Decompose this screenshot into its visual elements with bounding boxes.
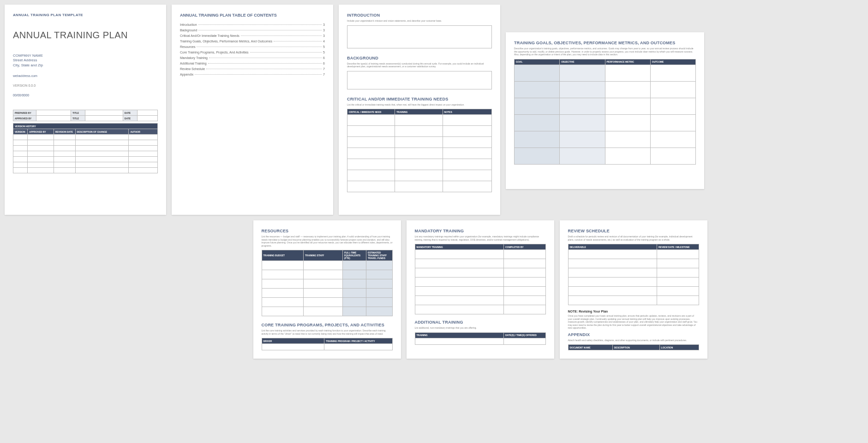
toc-item: Appendix7: [180, 73, 325, 76]
table-row[interactable]: [13, 151, 158, 157]
table-row[interactable]: [347, 170, 492, 181]
table-row[interactable]: [262, 344, 392, 350]
vh-col-desc: DESCRIPTION OF CHANGE: [75, 129, 129, 135]
table-row[interactable]: [415, 250, 545, 259]
additional-table: TRAINING DATE(S) / TIME(S) OFFERED: [415, 332, 546, 345]
note-title: NOTE: Revising Your Plan: [568, 310, 699, 313]
date-value-1[interactable]: [138, 110, 158, 116]
vh-col-revdate: REVISION DATE: [54, 129, 75, 135]
background-textbox[interactable]: [347, 71, 492, 89]
add-col-training: TRAINING: [415, 332, 503, 338]
table-row[interactable]: [415, 305, 545, 314]
resources-desc: List the resources — budget and staff — …: [262, 235, 393, 247]
table-row[interactable]: [347, 148, 492, 159]
crit-col-training: TRAINING: [395, 109, 443, 115]
table-row[interactable]: [13, 168, 158, 173]
critical-needs-table: CRITICAL / IMMEDIATE NEED TRAINING NOTES: [347, 109, 492, 192]
table-row[interactable]: [515, 98, 696, 114]
table-row[interactable]: [515, 148, 696, 164]
table-row[interactable]: [415, 287, 545, 296]
table-row[interactable]: [13, 140, 158, 146]
table-row[interactable]: [568, 296, 699, 305]
table-row[interactable]: [568, 250, 699, 259]
rev-col-deliverable: DELIVERABLE: [568, 244, 657, 250]
date-label-2: DATE: [123, 116, 137, 121]
document-title: ANNUAL TRAINING PLAN: [13, 30, 158, 41]
table-row[interactable]: [262, 289, 392, 298]
app-col-docname: DOCUMENT NAME: [568, 345, 612, 350]
table-row[interactable]: [262, 270, 392, 279]
page-2-toc: ANNUAL TRAINING PLAN TABLE OF CONTENTS I…: [172, 5, 333, 215]
table-row[interactable]: [347, 137, 492, 148]
table-row[interactable]: [347, 115, 492, 126]
table-row[interactable]: [262, 298, 392, 307]
city-state-zip: City, State and Zip: [13, 63, 158, 68]
table-row[interactable]: [13, 162, 158, 168]
intro-desc: Include your organization's mission and …: [347, 19, 492, 23]
date-value-2[interactable]: [138, 116, 158, 121]
table-row[interactable]: [262, 279, 392, 289]
table-row[interactable]: [13, 157, 158, 162]
table-row[interactable]: [568, 287, 699, 296]
appendix-title: APPENDIX: [568, 332, 699, 337]
table-row[interactable]: [347, 159, 492, 170]
version-text: VERSION 0.0.0: [13, 84, 158, 87]
table-row[interactable]: [262, 261, 392, 270]
appendix-table: DOCUMENT NAME DESCRIPTION LOCATION: [568, 344, 699, 350]
vh-col-version: VERSION: [13, 129, 28, 135]
review-table: DELIVERABLE REVIEW DATE / MILESTONE: [568, 244, 699, 305]
street-address: Street Address: [13, 58, 158, 63]
title-value-1[interactable]: [85, 110, 123, 116]
approved-by-label: APPROVED BY: [13, 116, 36, 121]
table-row[interactable]: [13, 146, 158, 151]
resources-table: TRAINING BUDGET TRAINING STAFF FULL-TIME…: [262, 250, 393, 316]
table-row[interactable]: [515, 81, 696, 98]
table-row[interactable]: [415, 259, 545, 268]
prepared-by-value[interactable]: [36, 110, 71, 116]
additional-desc: List additional, non-mandatory trainings…: [415, 326, 546, 330]
document-canvas: ANNUAL TRAINING PLAN TEMPLATE ANNUAL TRA…: [5, 5, 863, 359]
res-col-budget: TRAINING BUDGET: [262, 250, 304, 261]
mand-col-training: MANDATORY TRAINING: [415, 244, 503, 250]
toc-item: Introduction3: [180, 23, 325, 26]
table-row[interactable]: [515, 131, 696, 148]
toc-item: Resources5: [180, 45, 325, 48]
core-table: DRIVER TRAINING PROGRAM / PROJECT / ACTI…: [262, 338, 393, 350]
goal-col-obj: OBJECTIVE: [560, 59, 605, 65]
prepared-by-label: PREPARED BY: [13, 110, 36, 116]
table-row[interactable]: [347, 126, 492, 137]
table-row[interactable]: [415, 296, 545, 305]
intro-textbox[interactable]: [347, 25, 492, 48]
app-col-loc: LOCATION: [659, 345, 699, 350]
review-desc: Draft a schedule for periodic review and…: [568, 235, 699, 241]
appendix-desc: Attach health and safety checklists, dia…: [568, 339, 699, 342]
table-row[interactable]: [415, 268, 545, 278]
table-row[interactable]: [347, 181, 492, 192]
version-history-table: VERSION HISTORY VERSION APPROVED BY REVI…: [13, 123, 158, 173]
toc-list: Introduction3 Background3 Critical And/O…: [180, 23, 325, 76]
res-col-travel: ESTIMATED TRAINING STAFF TRAVEL FUNDS: [366, 250, 392, 261]
mandatory-table: MANDATORY TRAINING COMPLETED BY: [415, 244, 546, 314]
table-row[interactable]: [13, 135, 158, 140]
rev-col-milestone: REVIEW DATE / MILESTONE: [657, 244, 699, 250]
app-col-desc: DESCRIPTION: [612, 345, 659, 350]
table-row[interactable]: [515, 65, 696, 81]
table-row[interactable]: [515, 114, 696, 131]
approved-by-value[interactable]: [36, 116, 71, 121]
page-6-mandatory: MANDATORY TRAINING List any mandatory tr…: [407, 220, 554, 359]
table-row[interactable]: [415, 278, 545, 287]
title-value-2[interactable]: [85, 116, 123, 121]
table-row[interactable]: [262, 307, 392, 316]
intro-title: INTRODUCTION: [347, 13, 492, 18]
core-desc: List the core training activities and se…: [262, 329, 393, 335]
table-row[interactable]: [568, 278, 699, 287]
date-text: 00/00/0000: [13, 94, 158, 97]
goal-col-outcome: OUTCOME: [650, 59, 695, 65]
table-row[interactable]: [568, 268, 699, 278]
review-title: REVIEW SCHEDULE: [568, 229, 699, 233]
page-4-goals: TRAINING GOALS, OBJECTIVES, PERFORMANCE …: [506, 32, 704, 189]
table-row[interactable]: [415, 338, 545, 344]
toc-item: Background3: [180, 29, 325, 32]
goals-desc: Describe your organization's training go…: [514, 47, 696, 56]
table-row[interactable]: [568, 259, 699, 268]
